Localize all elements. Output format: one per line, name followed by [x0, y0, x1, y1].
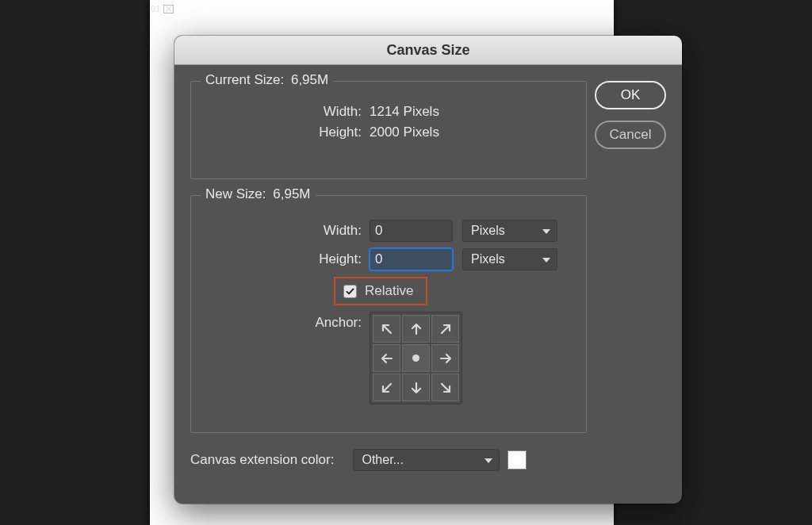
arrow-n-icon [408, 320, 425, 338]
arrow-w-icon [378, 350, 396, 367]
arrow-s-icon [408, 379, 425, 397]
canvas-size-dialog: Canvas Size OK Cancel Current Size: 6,95… [174, 36, 682, 504]
anchor-se[interactable] [431, 374, 459, 401]
arrow-nw-icon [378, 320, 396, 338]
new-width-label: Width: [207, 223, 370, 239]
new-width-unit-select[interactable]: Pixels [462, 220, 557, 242]
relative-checkbox[interactable] [343, 285, 357, 298]
anchor-ne[interactable] [431, 315, 459, 343]
dialog-titlebar: Canvas Size [174, 36, 682, 65]
new-height-unit-select[interactable]: Pixels [462, 248, 557, 270]
new-width-input[interactable] [370, 220, 453, 242]
arrow-sw-icon [378, 379, 396, 397]
new-size-group: New Size: 6,95M Width: Pixels Height: Pi… [190, 195, 587, 433]
anchor-s[interactable] [402, 374, 430, 401]
document-tab[interactable]: 01 ✕ [151, 4, 174, 13]
anchor-center-dot-icon [412, 354, 419, 362]
relative-label: Relative [365, 283, 413, 299]
new-size-legend: New Size: 6,95M [201, 186, 316, 202]
arrow-e-icon [437, 350, 454, 367]
document-tab-label: 01 [151, 4, 161, 13]
checkmark-icon [345, 286, 355, 297]
current-width-value: 1214 Pixels [370, 104, 439, 120]
new-height-label: Height: [207, 251, 370, 267]
extension-color-select[interactable]: Other... [353, 449, 500, 471]
ok-button-label: OK [621, 87, 641, 103]
anchor-w[interactable] [373, 344, 400, 372]
anchor-center[interactable] [402, 344, 430, 372]
anchor-e[interactable] [431, 344, 459, 372]
anchor-label: Anchor: [207, 312, 370, 331]
anchor-sw[interactable] [373, 374, 400, 401]
current-size-group: Current Size: 6,95M Width: 1214 Pixels H… [190, 81, 587, 179]
close-tab-icon[interactable]: ✕ [163, 5, 174, 13]
anchor-n[interactable] [402, 315, 430, 343]
arrow-ne-icon [437, 320, 454, 338]
current-height-label: Height: [207, 125, 370, 140]
anchor-nw[interactable] [373, 315, 400, 343]
cancel-button[interactable]: Cancel [595, 121, 666, 149]
anchor-grid [370, 312, 462, 404]
ok-button[interactable]: OK [595, 81, 666, 109]
cancel-button-label: Cancel [610, 127, 652, 143]
canvas-extension-row: Canvas extension color: Other... [190, 449, 666, 471]
current-height-value: 2000 Pixels [370, 125, 439, 140]
relative-checkbox-highlight: Relative [334, 277, 427, 305]
extension-color-swatch[interactable] [508, 450, 527, 469]
arrow-se-icon [437, 379, 454, 397]
current-size-legend: Current Size: 6,95M [201, 72, 333, 88]
current-width-label: Width: [207, 104, 370, 120]
new-height-input[interactable] [370, 248, 453, 270]
dialog-title: Canvas Size [386, 42, 469, 59]
extension-color-label: Canvas extension color: [190, 452, 334, 468]
